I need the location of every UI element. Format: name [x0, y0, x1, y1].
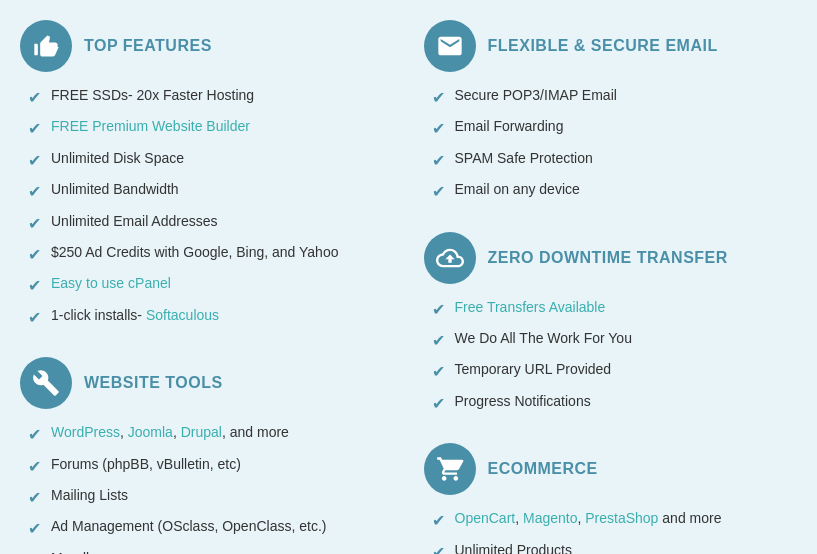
feature-text: Temporary URL Provided — [455, 360, 612, 380]
feature-text: WordPress, Joomla, Drupal, and more — [51, 423, 289, 443]
list-item: ✔ Unlimited Products — [432, 541, 798, 554]
check-icon: ✔ — [28, 424, 41, 446]
check-icon: ✔ — [432, 393, 445, 415]
flexible-email-title: FLEXIBLE & SECURE EMAIL — [488, 37, 718, 55]
list-item: ✔ We Do All The Work For You — [432, 329, 798, 352]
check-icon: ✔ — [28, 487, 41, 509]
check-icon: ✔ — [28, 244, 41, 266]
list-item: ✔ Secure POP3/IMAP Email — [432, 86, 798, 109]
feature-text: 1-click installs- Softaculous — [51, 306, 219, 326]
check-icon: ✔ — [432, 181, 445, 203]
list-item: ✔ Unlimited Email Addresses — [28, 212, 394, 235]
section-header-zero-downtime: ZERO DOWNTIME TRANSFER — [424, 232, 798, 284]
softaculous-link[interactable]: Softaculous — [146, 307, 219, 323]
right-column: FLEXIBLE & SECURE EMAIL ✔ Secure POP3/IM… — [414, 20, 808, 554]
check-icon: ✔ — [28, 213, 41, 235]
section-flexible-email: FLEXIBLE & SECURE EMAIL ✔ Secure POP3/IM… — [424, 20, 798, 204]
check-icon: ✔ — [28, 307, 41, 329]
list-item: ✔ WordPress, Joomla, Drupal, and more — [28, 423, 394, 446]
thumb-icon — [20, 20, 72, 72]
list-item: ✔ Email on any device — [432, 180, 798, 203]
check-icon: ✔ — [28, 550, 41, 554]
check-icon: ✔ — [432, 299, 445, 321]
prestashop-link[interactable]: PrestaShop — [585, 510, 658, 526]
website-tools-title: WEBSITE TOOLS — [84, 374, 223, 392]
list-item: ✔ OpenCart, Magento, PrestaShop and more — [432, 509, 798, 532]
list-item: ✔ Unlimited Bandwidth — [28, 180, 394, 203]
left-column: TOP FEATURES ✔ FREE SSDs- 20x Faster Hos… — [10, 20, 404, 554]
feature-text: Ad Management (OSclass, OpenClass, etc.) — [51, 517, 326, 537]
feature-text: Moodle — [51, 549, 97, 554]
transfer-icon — [424, 232, 476, 284]
list-item: ✔ Email Forwarding — [432, 117, 798, 140]
zero-downtime-title: ZERO DOWNTIME TRANSFER — [488, 249, 728, 267]
cpanel-link[interactable]: Easy to use cPanel — [51, 274, 171, 294]
wordpress-link[interactable]: WordPress — [51, 424, 120, 440]
feature-text: $250 Ad Credits with Google, Bing, and Y… — [51, 243, 338, 263]
flexible-email-list: ✔ Secure POP3/IMAP Email ✔ Email Forward… — [424, 86, 798, 204]
tools-icon — [20, 357, 72, 409]
ecommerce-title: ECOMMERCE — [488, 460, 598, 478]
list-item: ✔ SPAM Safe Protection — [432, 149, 798, 172]
list-item: ✔ Progress Notifications — [432, 392, 798, 415]
feature-text: Email on any device — [455, 180, 580, 200]
free-transfers-link[interactable]: Free Transfers Available — [455, 298, 606, 318]
feature-text: We Do All The Work For You — [455, 329, 632, 349]
drupal-link[interactable]: Drupal — [181, 424, 222, 440]
main-container: TOP FEATURES ✔ FREE SSDs- 20x Faster Hos… — [0, 0, 817, 554]
section-zero-downtime: ZERO DOWNTIME TRANSFER ✔ Free Transfers … — [424, 232, 798, 416]
list-item: ✔ Forums (phpBB, vBulletin, etc) — [28, 455, 394, 478]
check-icon: ✔ — [28, 518, 41, 540]
list-item: ✔ Easy to use cPanel — [28, 274, 394, 297]
list-item: ✔ Moodle — [28, 549, 394, 554]
list-item: ✔ FREE SSDs- 20x Faster Hosting — [28, 86, 394, 109]
check-icon: ✔ — [28, 87, 41, 109]
feature-text: Forums (phpBB, vBulletin, etc) — [51, 455, 241, 475]
check-icon: ✔ — [432, 150, 445, 172]
feature-text: Unlimited Products — [455, 541, 573, 554]
check-icon: ✔ — [28, 181, 41, 203]
feature-text: Mailing Lists — [51, 486, 128, 506]
list-item: ✔ 1-click installs- Softaculous — [28, 306, 394, 329]
list-item: ✔ Ad Management (OSclass, OpenClass, etc… — [28, 517, 394, 540]
check-icon: ✔ — [28, 118, 41, 140]
feature-text: Secure POP3/IMAP Email — [455, 86, 617, 106]
list-item: ✔ Mailing Lists — [28, 486, 394, 509]
list-item: ✔ Unlimited Disk Space — [28, 149, 394, 172]
feature-text: FREE SSDs- 20x Faster Hosting — [51, 86, 254, 106]
check-icon: ✔ — [432, 361, 445, 383]
list-item: ✔ $250 Ad Credits with Google, Bing, and… — [28, 243, 394, 266]
list-item: ✔ FREE Premium Website Builder — [28, 117, 394, 140]
check-icon: ✔ — [432, 510, 445, 532]
website-tools-list: ✔ WordPress, Joomla, Drupal, and more ✔ … — [20, 423, 394, 554]
section-header-ecommerce: ECOMMERCE — [424, 443, 798, 495]
free-website-builder-link[interactable]: FREE Premium Website Builder — [51, 117, 250, 137]
magento-link[interactable]: Magento — [523, 510, 577, 526]
joomla-link[interactable]: Joomla — [128, 424, 173, 440]
feature-text: SPAM Safe Protection — [455, 149, 593, 169]
section-header-website-tools: WEBSITE TOOLS — [20, 357, 394, 409]
top-features-title: TOP FEATURES — [84, 37, 212, 55]
check-icon: ✔ — [28, 150, 41, 172]
cart-icon — [424, 443, 476, 495]
section-top-features: TOP FEATURES ✔ FREE SSDs- 20x Faster Hos… — [20, 20, 394, 329]
check-icon: ✔ — [432, 542, 445, 554]
section-header-flexible-email: FLEXIBLE & SECURE EMAIL — [424, 20, 798, 72]
feature-text: Progress Notifications — [455, 392, 591, 412]
feature-text: Email Forwarding — [455, 117, 564, 137]
check-icon: ✔ — [28, 275, 41, 297]
check-icon: ✔ — [432, 330, 445, 352]
check-icon: ✔ — [28, 456, 41, 478]
list-item: ✔ Temporary URL Provided — [432, 360, 798, 383]
ecommerce-list: ✔ OpenCart, Magento, PrestaShop and more… — [424, 509, 798, 554]
email-icon — [424, 20, 476, 72]
check-icon: ✔ — [432, 118, 445, 140]
top-features-list: ✔ FREE SSDs- 20x Faster Hosting ✔ FREE P… — [20, 86, 394, 329]
opencart-link[interactable]: OpenCart — [455, 510, 516, 526]
feature-text: OpenCart, Magento, PrestaShop and more — [455, 509, 722, 529]
feature-text: Unlimited Disk Space — [51, 149, 184, 169]
check-icon: ✔ — [432, 87, 445, 109]
section-website-tools: WEBSITE TOOLS ✔ WordPress, Joomla, Drupa… — [20, 357, 394, 554]
section-ecommerce: ECOMMERCE ✔ OpenCart, Magento, PrestaSho… — [424, 443, 798, 554]
feature-text: Unlimited Email Addresses — [51, 212, 218, 232]
